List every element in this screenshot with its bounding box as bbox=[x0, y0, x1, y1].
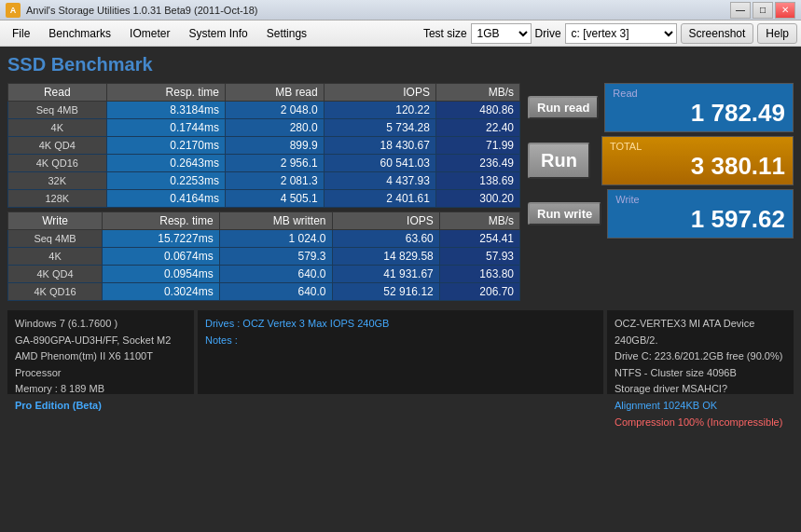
read-table-row: 4K QD40.2170ms899.918 430.6771.99 bbox=[8, 137, 520, 155]
title-bar-left: A Anvil's Storage Utilities 1.0.31 Beta9… bbox=[6, 3, 258, 18]
benchmark-table: Read Resp. time MB read IOPS MB/s Seq 4M… bbox=[7, 83, 520, 305]
title-bar: A Anvil's Storage Utilities 1.0.31 Beta9… bbox=[0, 0, 801, 20]
write-score-value: 1 597.62 bbox=[615, 205, 785, 234]
system-info: Windows 7 (6.1.7600 ) GA-890GPA-UD3H/FF,… bbox=[7, 310, 194, 394]
board-info: GA-890GPA-UD3H/FF, Socket M2 bbox=[15, 333, 186, 349]
run-write-row: Run write Write 1 597.62 bbox=[528, 189, 794, 239]
run-button[interactable]: Run bbox=[528, 143, 590, 179]
read-cell-5-1: 0.4164ms bbox=[106, 190, 225, 208]
write-cell-0-4: 254.41 bbox=[439, 230, 519, 248]
read-score-label: Read bbox=[613, 88, 785, 99]
memory-info: Memory : 8 189 MB bbox=[15, 381, 186, 398]
write-table-row: Seq 4MB15.7227ms1 024.063.60254.41 bbox=[8, 230, 520, 248]
maximize-button[interactable]: □ bbox=[753, 2, 773, 19]
read-table: Read Resp. time MB read IOPS MB/s Seq 4M… bbox=[7, 83, 520, 208]
write-cell-3-2: 640.0 bbox=[219, 283, 332, 301]
write-cell-1-4: 57.93 bbox=[439, 248, 519, 266]
read-cell-2-1: 0.2170ms bbox=[106, 137, 225, 155]
read-table-row: Seq 4MB8.3184ms2 048.0120.22480.86 bbox=[8, 102, 520, 119]
write-cell-0-2: 1 024.0 bbox=[219, 230, 332, 248]
write-section: Write Resp. time MB written IOPS MB/s Se… bbox=[7, 211, 520, 301]
help-button[interactable]: Help bbox=[757, 23, 797, 44]
mb-read-col-header: MB read bbox=[225, 84, 324, 102]
os-info: Windows 7 (6.1.7600 ) bbox=[15, 316, 186, 333]
write-score-label: Write bbox=[615, 194, 785, 205]
read-cell-5-4: 300.20 bbox=[435, 190, 519, 208]
write-cell-1-2: 579.3 bbox=[219, 248, 332, 266]
write-cell-2-4: 163.80 bbox=[439, 266, 519, 283]
ntfs-info: NTFS - Cluster size 4096B bbox=[615, 365, 786, 382]
menu-iometer[interactable]: IOmeter bbox=[121, 23, 178, 44]
app-icon: A bbox=[6, 3, 21, 18]
close-button[interactable]: ✕ bbox=[775, 2, 795, 19]
write-cell-0-3: 63.60 bbox=[332, 230, 439, 248]
notes-text: Notes : bbox=[205, 333, 596, 349]
bottom-area: Windows 7 (6.1.7600 ) GA-890GPA-UD3H/FF,… bbox=[7, 310, 794, 394]
mbs-col-header: MB/s bbox=[435, 84, 519, 102]
read-cell-0-1: 8.3184ms bbox=[106, 102, 225, 119]
write-table-row: 4K QD160.3024ms640.052 916.12206.70 bbox=[8, 283, 520, 301]
read-cell-3-3: 60 541.03 bbox=[324, 155, 435, 172]
total-score-label: TOTAL bbox=[610, 141, 785, 152]
write-table-row: 4K0.0674ms579.314 829.5857.93 bbox=[8, 248, 520, 266]
menu-sysinfo[interactable]: System Info bbox=[180, 23, 255, 44]
menu-settings[interactable]: Settings bbox=[258, 23, 315, 44]
pro-edition-label: Pro Edition (Beta) bbox=[15, 398, 186, 415]
read-cell-1-0: 4K bbox=[8, 119, 107, 137]
write-cell-3-4: 206.70 bbox=[439, 283, 519, 301]
title-controls: — □ ✕ bbox=[730, 2, 795, 19]
read-cell-5-2: 4 505.1 bbox=[225, 190, 324, 208]
menu-file[interactable]: File bbox=[4, 23, 38, 44]
main-content: SSD Benchmark Read Resp. time MB read IO… bbox=[0, 47, 801, 532]
free-space-info: Drive C: 223.6/201.2GB free (90.0%) bbox=[615, 348, 786, 365]
write-cell-0-1: 15.7227ms bbox=[103, 230, 220, 248]
minimize-button[interactable]: — bbox=[730, 2, 751, 19]
drives-text: Drives : OCZ Vertex 3 Max IOPS 240GB bbox=[205, 316, 596, 333]
read-header-row: Read Resp. time MB read IOPS MB/s bbox=[8, 84, 520, 102]
read-cell-4-1: 0.2253ms bbox=[106, 172, 225, 190]
drive-select[interactable]: c: [vertex 3] bbox=[565, 23, 677, 44]
read-cell-4-0: 32K bbox=[8, 172, 107, 190]
read-cell-5-3: 2 401.61 bbox=[324, 190, 435, 208]
write-cell-1-1: 0.0674ms bbox=[103, 248, 220, 266]
cpu-info: AMD Phenom(tm) II X6 1100T Processor bbox=[15, 348, 186, 381]
right-panel: Run read Read 1 782.49 Run TOTAL 3 380.1… bbox=[528, 83, 794, 305]
read-cell-4-4: 138.69 bbox=[435, 172, 519, 190]
write-cell-0-0: Seq 4MB bbox=[8, 230, 103, 248]
write-cell-2-2: 640.0 bbox=[219, 266, 332, 283]
alignment-info: Alignment 1024KB OK bbox=[615, 398, 786, 415]
read-cell-1-3: 5 734.28 bbox=[324, 119, 435, 137]
run-write-button[interactable]: Run write bbox=[528, 202, 601, 225]
menu-benchmarks[interactable]: Benchmarks bbox=[40, 23, 119, 44]
read-cell-2-3: 18 430.67 bbox=[324, 137, 435, 155]
read-cell-3-4: 236.49 bbox=[435, 155, 519, 172]
content-area: Read Resp. time MB read IOPS MB/s Seq 4M… bbox=[7, 83, 794, 305]
write-iops-col-header: IOPS bbox=[332, 212, 439, 230]
read-table-row: 4K0.1744ms280.05 734.2822.40 bbox=[8, 119, 520, 137]
test-size-select[interactable]: 1GB 512MB 256MB bbox=[471, 23, 532, 44]
read-cell-1-2: 280.0 bbox=[225, 119, 324, 137]
run-read-row: Run read Read 1 782.49 bbox=[528, 83, 794, 132]
read-table-row: 4K QD160.2643ms2 956.160 541.03236.49 bbox=[8, 155, 520, 172]
run-read-button[interactable]: Run read bbox=[528, 96, 599, 119]
menu-bar-right: Test size 1GB 512MB 256MB Drive c: [vert… bbox=[423, 23, 797, 44]
read-score-value: 1 782.49 bbox=[613, 99, 785, 128]
read-cell-1-1: 0.1744ms bbox=[106, 119, 225, 137]
screenshot-button[interactable]: Screenshot bbox=[681, 23, 754, 44]
read-cell-2-4: 71.99 bbox=[435, 137, 519, 155]
read-cell-0-0: Seq 4MB bbox=[8, 102, 107, 119]
write-resp-col-header: Resp. time bbox=[103, 212, 220, 230]
write-cell-3-3: 52 916.12 bbox=[332, 283, 439, 301]
read-cell-2-2: 899.9 bbox=[225, 137, 324, 155]
write-cell-2-3: 41 931.67 bbox=[332, 266, 439, 283]
write-score-box: Write 1 597.62 bbox=[607, 189, 794, 239]
write-table-row: 4K QD40.0954ms640.041 931.67163.80 bbox=[8, 266, 520, 283]
drive-details: OCZ-VERTEX3 MI ATA Device 240GB/2. Drive… bbox=[607, 310, 794, 394]
write-mbs-col-header: MB/s bbox=[439, 212, 519, 230]
drives-info: Drives : OCZ Vertex 3 Max IOPS 240GB Not… bbox=[198, 310, 603, 394]
read-cell-3-1: 0.2643ms bbox=[106, 155, 225, 172]
total-score-box: TOTAL 3 380.11 bbox=[601, 136, 794, 185]
write-col-header: Write bbox=[8, 212, 103, 230]
iops-col-header: IOPS bbox=[324, 84, 435, 102]
read-table-row: 32K0.2253ms2 081.34 437.93138.69 bbox=[8, 172, 520, 190]
